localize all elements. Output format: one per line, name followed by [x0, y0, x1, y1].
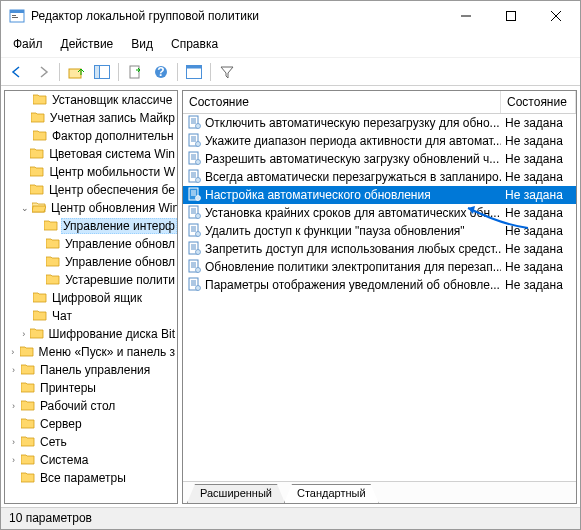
- column-name[interactable]: Состояние: [183, 91, 501, 113]
- tree-item-label: Центр обеспечения бе: [47, 183, 177, 197]
- tree-item[interactable]: Сервер: [5, 415, 177, 433]
- tree-item[interactable]: Принтеры: [5, 379, 177, 397]
- list-row[interactable]: Отключить автоматическую перезагрузку дл…: [183, 114, 576, 132]
- expand-icon[interactable]: ›: [9, 437, 18, 447]
- list-row[interactable]: Запретить доступ для использования любых…: [183, 240, 576, 258]
- tree-item-label: Центр мобильности W: [47, 165, 177, 179]
- tree-item[interactable]: Установщик классиче: [5, 91, 177, 109]
- tree-item[interactable]: ›Меню «Пуск» и панель з: [5, 343, 177, 361]
- folder-icon: [44, 219, 58, 234]
- tree-item[interactable]: Фактор дополнительн: [5, 127, 177, 145]
- statusbar: 10 параметров: [1, 507, 580, 529]
- tree-item-label: Все параметры: [38, 471, 128, 485]
- export-button[interactable]: [123, 61, 147, 83]
- tab-extended[interactable]: Расширенный: [187, 484, 285, 503]
- row-state: Не задана: [501, 188, 576, 202]
- tree-item[interactable]: Управление обновл: [5, 235, 177, 253]
- expand-icon[interactable]: ›: [9, 455, 18, 465]
- properties-button[interactable]: [182, 61, 206, 83]
- svg-rect-3: [12, 17, 18, 18]
- tree-item[interactable]: Цифровой ящик: [5, 289, 177, 307]
- tree-item[interactable]: ›Шифрование диска Bit: [5, 325, 177, 343]
- row-name: Разрешить автоматическую загрузку обновл…: [205, 152, 499, 166]
- list-row[interactable]: Разрешить автоматическую загрузку обновл…: [183, 150, 576, 168]
- back-button[interactable]: [5, 61, 29, 83]
- tree-item[interactable]: Устаревшие полити: [5, 271, 177, 289]
- window-title: Редактор локальной групповой политики: [31, 9, 443, 23]
- folder-icon: [20, 345, 34, 360]
- svg-point-35: [196, 177, 201, 182]
- policy-icon: [187, 205, 201, 222]
- tree-item[interactable]: Все параметры: [5, 469, 177, 487]
- policy-icon: [187, 115, 201, 132]
- list-row[interactable]: Обновление политики электропитания для п…: [183, 258, 576, 276]
- tree-item[interactable]: Центр мобильности W: [5, 163, 177, 181]
- tree-item[interactable]: ›Панель управления: [5, 361, 177, 379]
- row-state: Не задана: [501, 152, 576, 166]
- tree-item-label: Установщик классиче: [50, 93, 174, 107]
- menu-help[interactable]: Справка: [163, 33, 226, 55]
- up-button[interactable]: [64, 61, 88, 83]
- help-button[interactable]: ?: [149, 61, 173, 83]
- tree-item-label: Чат: [50, 309, 74, 323]
- tree-item[interactable]: Управление обновл: [5, 253, 177, 271]
- tab-standard[interactable]: Стандартный: [284, 484, 379, 503]
- expand-icon[interactable]: ›: [21, 329, 27, 339]
- list-body[interactable]: Отключить автоматическую перезагрузку дл…: [183, 114, 576, 481]
- menu-file[interactable]: Файл: [5, 33, 51, 55]
- tree-item[interactable]: Центр обеспечения бе: [5, 181, 177, 199]
- forward-button[interactable]: [31, 61, 55, 83]
- row-name: Укажите диапазон периода активности для …: [205, 134, 501, 148]
- tree-item[interactable]: Учетная запись Майкр: [5, 109, 177, 127]
- list-row[interactable]: Настройка автоматического обновленияНе з…: [183, 186, 576, 204]
- titlebar: Редактор локальной групповой политики: [1, 1, 580, 31]
- tree-item[interactable]: Управление интерф: [5, 217, 177, 235]
- menu-action[interactable]: Действие: [53, 33, 122, 55]
- column-state[interactable]: Состояние: [501, 91, 576, 113]
- policy-icon: [187, 151, 201, 168]
- tree-item-label: Управление обновл: [63, 237, 177, 251]
- tree-scroll[interactable]: Установщик классичеУчетная запись МайкрФ…: [5, 91, 177, 503]
- svg-point-40: [196, 195, 201, 200]
- svg-point-45: [196, 213, 201, 218]
- menu-view[interactable]: Вид: [123, 33, 161, 55]
- status-text: 10 параметров: [9, 511, 92, 525]
- row-state: Не задана: [501, 242, 576, 256]
- svg-point-25: [196, 141, 201, 146]
- tree-item-label: Шифрование диска Bit: [47, 327, 177, 341]
- row-name: Удалить доступ к функции "пауза обновлен…: [205, 224, 465, 238]
- row-name: Параметры отображения уведомлений об обн…: [205, 278, 500, 292]
- policy-icon: [187, 241, 201, 258]
- folder-icon: [21, 399, 35, 414]
- minimize-button[interactable]: [443, 1, 488, 31]
- expand-icon[interactable]: ›: [9, 347, 17, 357]
- svg-point-55: [196, 249, 201, 254]
- menubar: Файл Действие Вид Справка: [1, 31, 580, 58]
- folder-icon: [46, 237, 60, 252]
- list-row[interactable]: Всегда автоматически перезагружаться в з…: [183, 168, 576, 186]
- maximize-button[interactable]: [488, 1, 533, 31]
- filter-button[interactable]: [215, 61, 239, 83]
- tree-item[interactable]: Цветовая система Win: [5, 145, 177, 163]
- folder-icon: [30, 165, 44, 180]
- toolbar-separator: [210, 63, 211, 81]
- tree-item-label: Система: [38, 453, 90, 467]
- expand-icon[interactable]: ›: [9, 401, 18, 411]
- tree-item[interactable]: Чат: [5, 307, 177, 325]
- tree-item-label: Рабочий стол: [38, 399, 117, 413]
- tree-item[interactable]: ›Система: [5, 451, 177, 469]
- list-row[interactable]: Установка крайних сроков для автоматичес…: [183, 204, 576, 222]
- list-row[interactable]: Укажите диапазон периода активности для …: [183, 132, 576, 150]
- expand-icon[interactable]: ⌄: [21, 203, 29, 213]
- tree-item[interactable]: ›Рабочий стол: [5, 397, 177, 415]
- list-row[interactable]: Параметры отображения уведомлений об обн…: [183, 276, 576, 294]
- show-hide-tree-button[interactable]: [90, 61, 114, 83]
- tree-item[interactable]: ⌄Центр обновления Win: [5, 199, 177, 217]
- expand-icon[interactable]: ›: [9, 365, 18, 375]
- svg-point-30: [196, 159, 201, 164]
- list-row[interactable]: Удалить доступ к функции "пауза обновлен…: [183, 222, 576, 240]
- tree-item[interactable]: ›Сеть: [5, 433, 177, 451]
- row-name: Запретить доступ для использования любых…: [205, 242, 501, 256]
- close-button[interactable]: [533, 1, 578, 31]
- folder-icon: [33, 129, 47, 144]
